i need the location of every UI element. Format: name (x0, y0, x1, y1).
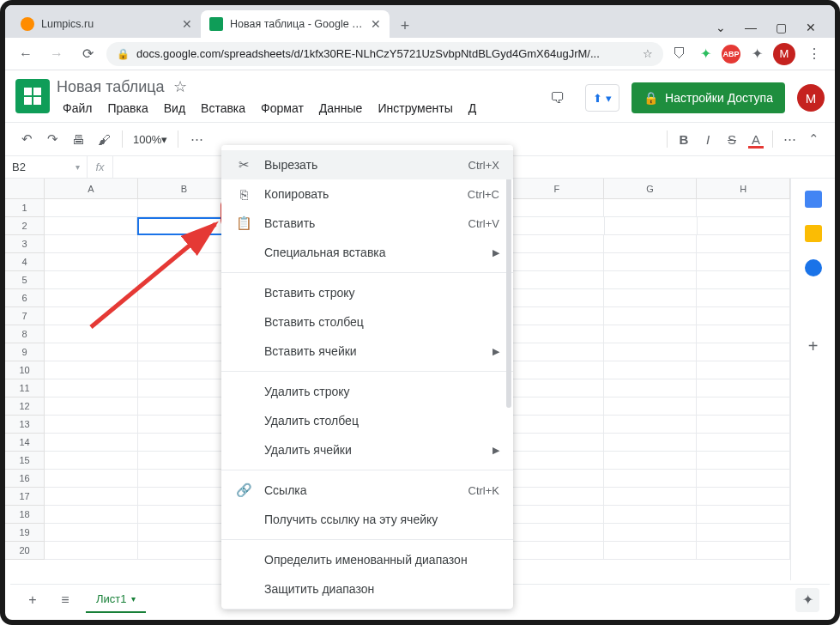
menu-tools[interactable]: Инструменты (372, 98, 458, 118)
cell[interactable] (698, 217, 790, 235)
cell[interactable] (511, 542, 604, 560)
cell[interactable] (45, 416, 138, 434)
cell[interactable] (138, 470, 232, 488)
row-header[interactable]: 3 (5, 235, 45, 253)
cell[interactable] (604, 488, 698, 506)
row-header[interactable]: 18 (5, 506, 45, 524)
cell[interactable] (138, 343, 232, 361)
cell[interactable] (604, 416, 698, 434)
cell[interactable] (604, 325, 698, 343)
row-header[interactable]: 9 (5, 343, 45, 361)
reload-button[interactable]: ⟳ (76, 42, 100, 66)
cell[interactable] (604, 524, 698, 542)
cell[interactable] (511, 524, 604, 542)
menu-format[interactable]: Формат (255, 98, 310, 118)
cell[interactable] (45, 235, 138, 253)
select-all-corner[interactable] (5, 179, 45, 198)
row-header[interactable]: 7 (5, 307, 45, 325)
cell[interactable] (697, 470, 790, 488)
context-menu-item[interactable]: Вставить столбец (221, 307, 513, 337)
cell[interactable] (45, 307, 138, 325)
cell[interactable] (511, 397, 604, 416)
cell[interactable] (45, 397, 138, 416)
cell[interactable] (604, 361, 698, 379)
cell[interactable] (45, 542, 138, 560)
paint-format-button[interactable]: 🖌 (93, 128, 115, 150)
cell[interactable] (697, 416, 790, 434)
context-menu-item[interactable]: ⎘КопироватьCtrl+C (221, 179, 513, 209)
cell[interactable] (45, 506, 138, 524)
cell[interactable] (604, 506, 698, 524)
context-menu-item[interactable]: Удалить столбец (221, 406, 513, 435)
cell[interactable] (45, 325, 138, 343)
row-header[interactable]: 8 (5, 325, 45, 343)
present-button[interactable]: ⬆ ▾ (585, 84, 619, 112)
col-header[interactable]: F (511, 179, 604, 198)
context-menu-item[interactable]: 🔗СсылкаCtrl+K (221, 476, 513, 505)
doc-title[interactable]: Новая таблица (57, 78, 165, 96)
menu-insert[interactable]: Вставка (195, 98, 251, 118)
context-menu-item[interactable]: ✂ВырезатьCtrl+X (221, 150, 513, 179)
cell[interactable] (138, 416, 232, 434)
cell[interactable] (697, 524, 790, 542)
context-menu-item[interactable]: Получить ссылку на эту ячейку (221, 505, 513, 534)
cell[interactable] (697, 542, 790, 560)
cell[interactable] (511, 199, 604, 217)
cell[interactable] (604, 434, 698, 452)
cell[interactable] (138, 397, 232, 416)
sheet-tab[interactable]: Лист1 ▾ (86, 587, 146, 613)
cell[interactable] (697, 325, 790, 343)
cell[interactable] (511, 470, 604, 488)
collapse-toolbar[interactable]: ⌃ (802, 128, 825, 150)
cell[interactable] (138, 542, 232, 560)
cell[interactable] (511, 307, 604, 325)
cell[interactable] (138, 524, 232, 542)
cell[interactable] (45, 452, 138, 470)
undo-button[interactable]: ↶ (15, 128, 38, 150)
cell[interactable] (45, 217, 137, 235)
col-header[interactable]: H (697, 179, 790, 198)
back-button[interactable]: ← (14, 42, 38, 66)
cell[interactable] (511, 506, 604, 524)
browser-tab-active[interactable]: Новая таблица - Google Табли... ✕ (201, 10, 390, 38)
cell[interactable] (697, 235, 790, 253)
cell[interactable] (511, 325, 604, 343)
zoom-select[interactable]: 100% ▾ (130, 128, 171, 150)
cell[interactable] (511, 235, 604, 253)
cell[interactable] (697, 343, 790, 361)
profile-avatar[interactable]: М (773, 43, 795, 65)
cell[interactable] (138, 307, 232, 325)
cell[interactable] (604, 271, 698, 289)
context-menu-item[interactable]: Удалить строку (221, 377, 513, 406)
cell[interactable] (138, 199, 232, 217)
cell[interactable] (511, 488, 604, 506)
chevron-down-icon[interactable]: ⌄ (716, 21, 726, 34)
cell[interactable] (138, 271, 232, 289)
cell[interactable] (697, 434, 790, 452)
cell[interactable] (697, 397, 790, 416)
cell[interactable] (45, 343, 138, 361)
cell[interactable] (45, 289, 138, 307)
cell[interactable] (697, 488, 790, 506)
cell[interactable] (45, 434, 138, 452)
cell[interactable] (604, 470, 698, 488)
cell[interactable] (697, 253, 790, 271)
cell[interactable] (137, 217, 233, 235)
col-header[interactable]: G (604, 179, 698, 198)
bold-button[interactable]: B (673, 128, 695, 150)
row-header[interactable]: 11 (5, 379, 45, 397)
cell[interactable] (511, 217, 604, 235)
row-header[interactable]: 13 (5, 416, 45, 434)
menu-more[interactable]: Д (462, 98, 482, 118)
context-menu-item[interactable]: Определить именованный диапазон (221, 545, 513, 574)
extensions-icon[interactable]: ✦ (747, 45, 766, 64)
extension-evernote-icon[interactable]: ✦ (696, 45, 715, 64)
row-header[interactable]: 12 (5, 397, 45, 416)
cell[interactable] (697, 452, 790, 470)
strike-button[interactable]: S (721, 128, 743, 150)
row-header[interactable]: 2 (5, 217, 45, 235)
cell[interactable] (138, 361, 232, 379)
star-icon[interactable]: ☆ (643, 47, 653, 60)
more-tools[interactable]: ⋯ (185, 128, 208, 150)
cell[interactable] (45, 470, 138, 488)
